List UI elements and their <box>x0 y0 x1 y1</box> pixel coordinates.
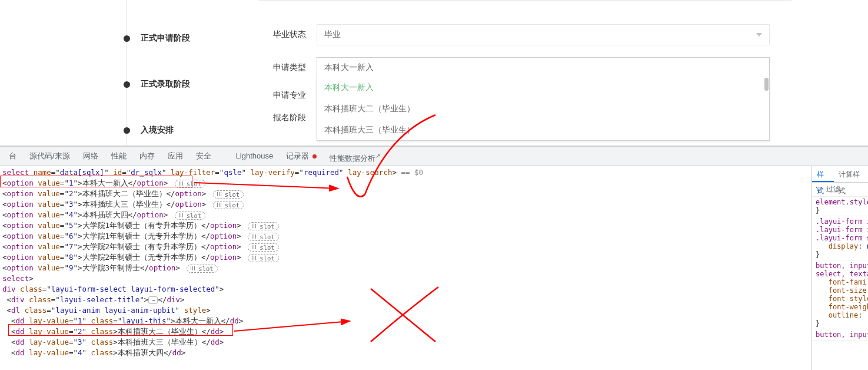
devtools-tab-application[interactable]: 应用 <box>161 146 189 166</box>
devtools-tab-security[interactable]: 安全 <box>189 146 218 166</box>
dom-line-option[interactable]: <option value="2">本科插班大二（毕业生）</option> s… <box>2 189 809 199</box>
dom-line-dl[interactable]: <dl class="layui-anim layui-anim-upbit" … <box>2 305 809 316</box>
timeline-dot-icon <box>124 127 130 134</box>
timeline-label: 正式录取阶段 <box>141 79 190 90</box>
application-pane: 正式申请阶段 正式录取阶段 入境安排 毕业状态 毕业 申请类型 本科大一新入 <box>0 0 868 146</box>
slot-badge-icon: slot <box>248 233 278 241</box>
slot-badge-icon: slot <box>187 265 217 273</box>
devtools-tab-network[interactable]: 网络 <box>77 146 105 166</box>
grad-status-select[interactable]: 毕业 <box>317 24 770 45</box>
timeline-dot-icon <box>124 35 130 42</box>
dropdown-option[interactable]: 本科大一新入 <box>317 77 769 98</box>
devtools-body: select name="data[sqlx]" id="dr_sqlx" la… <box>0 166 868 370</box>
styles-panel: 样式 计算样式 过滤 element.style } .layui-form i… <box>812 166 868 370</box>
slot-badge-icon: slot <box>213 201 244 209</box>
styles-tab-styles[interactable]: 样式 <box>812 166 834 182</box>
slot-badge-icon: slot <box>248 254 278 262</box>
field-label: 报名阶段 <box>259 113 306 123</box>
styles-tabs: 样式 计算样式 <box>812 166 868 183</box>
timeline-dot-icon <box>124 81 130 88</box>
styles-tab-computed[interactable]: 计算样式 <box>834 166 868 182</box>
record-dot-icon <box>312 154 317 158</box>
dom-line-select-open[interactable]: select name="data[sqlx]" id="dr_sqlx" la… <box>2 167 809 178</box>
select-value: 毕业 <box>324 29 341 40</box>
chevron-down-icon <box>756 33 762 37</box>
dom-line-dd[interactable]: <dd lay-value="2" class>本科插班大二（毕业生）</dd> <box>2 326 809 337</box>
form-row-apply-type: 申请类型 本科大一新入 <box>259 57 868 78</box>
dropdown-option[interactable]: 本科插班大二（毕业生） <box>317 98 769 119</box>
ellipsis-badge[interactable]: ⋯ <box>148 296 158 304</box>
dom-line-dd[interactable]: <dd lay-value="1" class="layui-this">本科大… <box>2 316 809 326</box>
dom-line-option[interactable]: <option value="3">本科插班大三（毕业生）</option> s… <box>2 199 809 210</box>
timeline-step-admit[interactable]: 正式录取阶段 <box>124 70 259 99</box>
slot-badge-icon: slot <box>175 212 205 220</box>
devtools-tab-memory[interactable]: 内存 <box>133 146 161 166</box>
filter-icon <box>816 186 823 193</box>
timeline-step-entry[interactable]: 入境安排 <box>124 115 259 145</box>
apply-type-select[interactable]: 本科大一新入 <box>317 57 770 78</box>
field-label: 申请类型 <box>259 62 306 73</box>
dom-line-select-close[interactable]: select> <box>2 273 809 284</box>
dom-line-option[interactable]: <option value="5">大学院1年制硕士（有专升本学历）</opti… <box>2 220 809 231</box>
form-area: 毕业状态 毕业 申请类型 本科大一新入 申请专业 报名阶段 本科大一新入 本科插… <box>259 0 868 146</box>
field-label: 申请专业 <box>259 90 306 101</box>
scrollbar-thumb[interactable] <box>764 78 769 91</box>
dom-line-option[interactable]: <option value="6">大学院1年制硕士（无专升本学历）</opti… <box>2 231 809 242</box>
slot-badge-icon: slot <box>248 222 278 230</box>
devtools-tab-lighthouse[interactable]: Lighthouse <box>230 146 280 166</box>
form-row-grad-status: 毕业状态 毕业 <box>259 24 868 45</box>
dom-line-option[interactable]: <option value="4">本科插班大四</option> slot <box>2 210 809 220</box>
style-rule[interactable]: button, input, <box>812 329 868 341</box>
devtools-tab-console-partial[interactable]: 台 <box>2 146 23 166</box>
dom-line-option[interactable]: <option value="9">大学院3年制博士</option> slot <box>2 263 809 273</box>
devtools-tab-sources[interactable]: 源代码/来源 <box>23 146 77 166</box>
apply-type-dropdown[interactable]: 本科大一新入 本科插班大二（毕业生） 本科插班大三（毕业生） <box>317 77 770 141</box>
devtools-tab-recorder[interactable]: 记录器 <box>280 146 323 166</box>
devtools-tab-bar: 台 源代码/来源 网络 性能 内存 应用 安全 Lighthouse 记录器 性… <box>0 146 868 166</box>
dom-line-option[interactable]: <option value="8">大学院2年制硕士（无专升本学历）</opti… <box>2 252 809 263</box>
style-rule[interactable]: element.style } <box>812 197 868 216</box>
timeline: 正式申请阶段 正式录取阶段 入境安排 <box>106 0 259 146</box>
style-rule[interactable]: button, input, select, textare font-fami… <box>812 260 868 329</box>
form-divider <box>259 0 791 1</box>
dropdown-option[interactable]: 本科插班大三（毕业生） <box>317 119 769 140</box>
dom-line-div1[interactable]: div class="layui-form-select layui-form-… <box>2 284 809 295</box>
dom-line-dd[interactable]: <dd lay-value="3" class>本科插班大三（毕业生）</dd> <box>2 337 809 348</box>
timeline-label: 正式申请阶段 <box>141 33 190 44</box>
slot-badge-icon: slot <box>213 190 244 199</box>
timeline-step-apply[interactable]: 正式申请阶段 <box>124 24 259 53</box>
dom-line-option[interactable]: <option value="1">本科大一新入</option> slot <box>2 178 809 189</box>
field-label: 毕业状态 <box>259 29 306 40</box>
dom-line-div2[interactable]: <div class="layui-select-title">⋯</div> <box>2 295 809 305</box>
elements-panel[interactable]: select name="data[sqlx]" id="dr_sqlx" la… <box>0 166 812 370</box>
left-rail-spacer <box>0 0 106 146</box>
select-value: 本科大一新入 <box>324 62 374 73</box>
slot-badge-icon: slot <box>248 243 278 252</box>
dom-line-option[interactable]: <option value="7">大学院2年制硕士（有专升本学历）</opti… <box>2 242 809 252</box>
style-rule[interactable]: .layui-form in .layui-form in .layui-for… <box>812 216 868 260</box>
dom-line-dd[interactable]: <dd lay-value="4" class>本科插班大四</dd> <box>2 348 809 358</box>
timeline-label: 入境安排 <box>141 125 174 136</box>
slot-badge-icon: slot <box>175 180 205 188</box>
filter-placeholder: 过滤 <box>826 184 840 194</box>
devtools-tab-performance[interactable]: 性能 <box>105 146 133 166</box>
devtools-tab-perf-insights[interactable]: 性能数据分析↗ <box>323 146 387 166</box>
